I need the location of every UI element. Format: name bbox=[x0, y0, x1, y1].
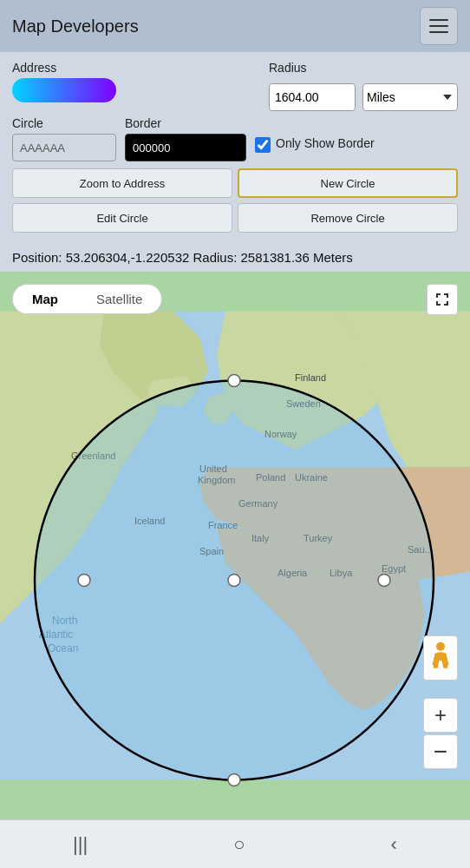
button-row: Zoom to Address New Circle Edit Circle R… bbox=[12, 168, 458, 233]
edit-circle-button[interactable]: Edit Circle bbox=[12, 203, 232, 233]
map-svg: Greenland Iceland Finland Sweden Norway … bbox=[0, 272, 470, 819]
svg-text:Finland: Finland bbox=[295, 372, 326, 383]
remove-circle-button[interactable]: Remove Circle bbox=[238, 203, 458, 233]
controls-panel: Address Radius Miles Kilometers Meters C… bbox=[0, 52, 470, 240]
app-title: Map Developers bbox=[12, 16, 139, 36]
nav-home[interactable]: ○ bbox=[233, 833, 245, 856]
hamburger-line-1 bbox=[429, 19, 448, 21]
circle-label: Circle bbox=[12, 116, 116, 130]
only-show-border-col: Only Show Border bbox=[255, 135, 375, 153]
new-circle-button[interactable]: New Circle bbox=[238, 168, 458, 198]
menu-button[interactable] bbox=[420, 7, 458, 45]
address-col: Address bbox=[12, 61, 260, 102]
handle-center[interactable] bbox=[228, 575, 240, 587]
radius-row: Miles Kilometers Meters bbox=[269, 83, 458, 111]
handle-bottom[interactable] bbox=[228, 774, 240, 786]
border-label: Border bbox=[125, 116, 246, 130]
radius-col: Radius Miles Kilometers Meters bbox=[269, 61, 458, 111]
circle-color-value: AAAAAA bbox=[20, 141, 65, 155]
fullscreen-button[interactable] bbox=[427, 284, 458, 315]
radius-label: Radius bbox=[269, 61, 458, 75]
handle-top[interactable] bbox=[228, 375, 240, 387]
map-tab[interactable]: Map bbox=[13, 285, 77, 313]
zoom-to-address-button[interactable]: Zoom to Address bbox=[12, 168, 232, 198]
hamburger-line-2 bbox=[429, 25, 448, 27]
row-address-radius: Address Radius Miles Kilometers Meters bbox=[12, 61, 458, 111]
zoom-in-button[interactable]: + bbox=[423, 698, 458, 733]
only-show-border-container: Only Show Border bbox=[255, 135, 375, 153]
address-label: Address bbox=[12, 61, 260, 75]
unit-select[interactable]: Miles Kilometers Meters bbox=[362, 83, 458, 111]
border-color-box[interactable]: 000000 bbox=[125, 134, 246, 161]
app-header: Map Developers bbox=[0, 0, 470, 52]
nav-recent-apps[interactable]: ||| bbox=[73, 833, 88, 856]
handle-left[interactable] bbox=[78, 575, 90, 587]
only-show-border-label[interactable]: Only Show Border bbox=[276, 135, 375, 151]
circle-col: Circle AAAAAA bbox=[12, 116, 116, 161]
position-text: Position: 53.206304,-1.220532 Radius: 25… bbox=[12, 250, 353, 265]
streetview-button[interactable] bbox=[423, 635, 458, 681]
svg-point-22 bbox=[436, 642, 445, 651]
handle-right[interactable] bbox=[378, 575, 390, 587]
only-show-border-checkbox[interactable] bbox=[255, 137, 271, 153]
position-display: Position: 53.206304,-1.220532 Radius: 25… bbox=[0, 240, 470, 272]
circle-color-box[interactable]: AAAAAA bbox=[12, 134, 116, 161]
border-color-value: 000000 bbox=[133, 141, 170, 155]
border-col: Border 000000 bbox=[125, 116, 246, 161]
hamburger-line-3 bbox=[429, 31, 448, 33]
satellite-tab[interactable]: Satellite bbox=[77, 285, 161, 313]
bottom-navigation: ||| ○ ‹ bbox=[0, 819, 470, 868]
map-satellite-toggle: Map Satellite bbox=[12, 284, 162, 314]
zoom-out-button[interactable]: − bbox=[423, 734, 458, 769]
address-gradient-bar[interactable] bbox=[12, 78, 116, 102]
row-circle-border: Circle AAAAAA Border 000000 Only Show Bo… bbox=[12, 116, 458, 161]
map-container[interactable]: Greenland Iceland Finland Sweden Norway … bbox=[0, 272, 470, 819]
nav-back[interactable]: ‹ bbox=[391, 833, 397, 856]
radius-input[interactable] bbox=[269, 83, 356, 111]
